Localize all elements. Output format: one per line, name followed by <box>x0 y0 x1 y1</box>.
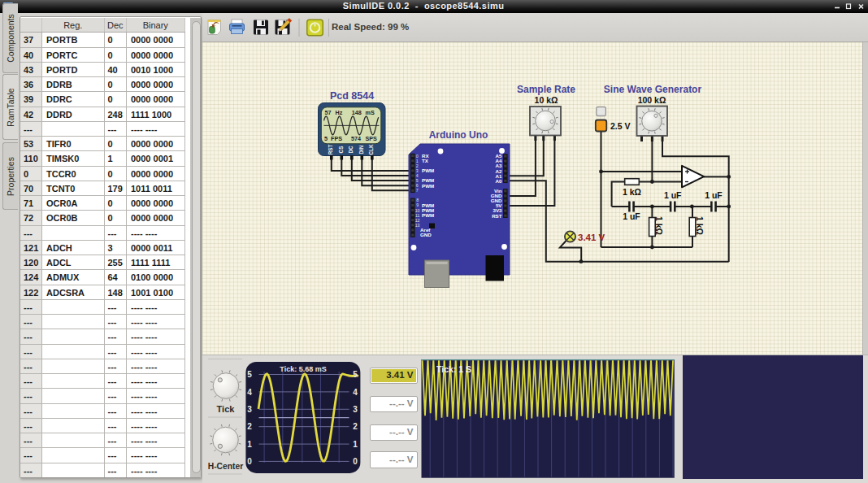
svg-text:5: 5 <box>247 370 252 379</box>
svg-text:10 kΩ: 10 kΩ <box>535 95 558 105</box>
svg-text:1: 1 <box>247 440 252 449</box>
svg-text:100 kΩ: 100 kΩ <box>638 95 666 105</box>
svg-text:PWM: PWM <box>422 212 434 218</box>
svg-text:1 uF: 1 uF <box>705 190 723 200</box>
svg-text:DC: DC <box>348 146 354 154</box>
svg-text:1 uF: 1 uF <box>623 211 640 221</box>
svg-text:11: 11 <box>415 213 419 218</box>
svg-text:5: 5 <box>416 178 419 183</box>
svg-text:3: 3 <box>247 405 252 414</box>
svg-text:SPS: SPS <box>366 135 378 142</box>
svg-text:12: 12 <box>415 218 420 223</box>
svg-text:1: 1 <box>416 159 419 163</box>
svg-text:RST: RST <box>328 145 333 155</box>
svg-text:PWM: PWM <box>422 168 434 173</box>
svg-text:1 kΩ: 1 kΩ <box>695 216 705 235</box>
svg-text:3.41 V: 3.41 V <box>578 233 605 242</box>
svg-text:3: 3 <box>416 168 419 173</box>
svg-text:7: 7 <box>416 188 419 193</box>
svg-text:9: 9 <box>416 202 419 207</box>
svg-text:A0: A0 <box>496 178 502 184</box>
svg-text:1 kΩ: 1 kΩ <box>654 216 664 235</box>
svg-text:GND: GND <box>420 232 432 237</box>
svg-text:FPS: FPS <box>331 135 342 142</box>
svg-text:0: 0 <box>416 154 419 159</box>
svg-text:6: 6 <box>416 183 419 188</box>
svg-text:2: 2 <box>353 422 358 431</box>
svg-text:2.5 V: 2.5 V <box>610 121 631 131</box>
svg-text:H-Center: H-Center <box>208 462 243 471</box>
svg-text:57: 57 <box>325 109 332 116</box>
svg-text:Arduino Uno: Arduino Uno <box>429 129 488 141</box>
svg-text:1 kΩ: 1 kΩ <box>623 187 641 197</box>
svg-text:CLK: CLK <box>368 144 374 154</box>
svg-text:2: 2 <box>416 163 419 168</box>
svg-text:4: 4 <box>416 173 419 178</box>
svg-text:0: 0 <box>247 457 252 466</box>
svg-text:DIN: DIN <box>358 145 364 154</box>
svg-text:574: 574 <box>351 135 361 142</box>
svg-text:3: 3 <box>353 405 358 414</box>
svg-text:Sample Rate: Sample Rate <box>517 84 575 95</box>
svg-text:1: 1 <box>353 440 358 449</box>
svg-text:4: 4 <box>247 388 252 397</box>
svg-text:Tick: 1 S: Tick: 1 S <box>436 364 471 374</box>
svg-text:5: 5 <box>353 370 358 379</box>
svg-text:PWM: PWM <box>422 183 434 189</box>
svg-text:1 uF: 1 uF <box>664 190 682 200</box>
svg-text:RST: RST <box>492 213 502 219</box>
svg-text:2: 2 <box>247 422 252 431</box>
svg-text:4: 4 <box>353 388 358 397</box>
svg-text:mS: mS <box>366 109 375 116</box>
svg-text:Tick: Tick <box>217 404 236 414</box>
svg-text:TX: TX <box>422 158 429 163</box>
svg-text:0: 0 <box>353 457 358 466</box>
svg-text:Tick: 5.68 mS: Tick: 5.68 mS <box>280 365 326 373</box>
svg-text:Pcd 8544: Pcd 8544 <box>330 90 374 102</box>
svg-text:8: 8 <box>416 198 419 202</box>
svg-text:CS: CS <box>338 146 344 154</box>
svg-text:148: 148 <box>352 109 362 116</box>
svg-text:Hz: Hz <box>336 109 343 116</box>
svg-text:5: 5 <box>324 135 328 142</box>
svg-text:10: 10 <box>415 208 420 213</box>
svg-text:13: 13 <box>415 223 420 228</box>
svg-text:Sine Wave Generator: Sine Wave Generator <box>604 84 702 95</box>
